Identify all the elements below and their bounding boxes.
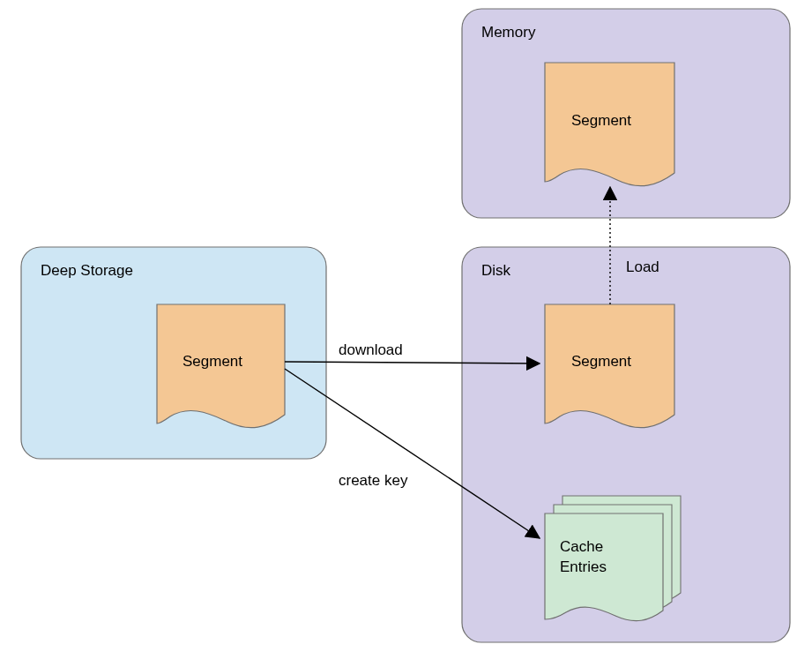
disk-segment-icon: Segment [545, 304, 674, 428]
disk-segment-label: Segment [571, 353, 631, 370]
cache-entries-label-1: Cache [560, 538, 603, 555]
deep-storage-container: Deep Storage Segment [21, 247, 326, 459]
load-label: Load [626, 259, 659, 275]
download-label: download [339, 341, 403, 358]
create-key-label: create key [339, 472, 408, 489]
diagram-root: Deep Storage Segment Memory Segment Disk… [0, 0, 812, 652]
memory-title: Memory [481, 24, 536, 41]
cache-entries-icon: Cache Entries [545, 496, 681, 621]
memory-segment-label: Segment [571, 112, 631, 129]
cache-entries-label-2: Entries [560, 558, 607, 575]
deep-storage-segment-label: Segment [183, 353, 242, 370]
disk-title: Disk [481, 262, 511, 279]
memory-container: Memory Segment [462, 9, 790, 218]
deep-storage-title: Deep Storage [41, 262, 133, 279]
memory-segment-icon: Segment [545, 63, 674, 186]
deep-storage-segment-icon: Segment [157, 304, 285, 428]
disk-container: Disk Segment Cache Entries [462, 247, 790, 642]
